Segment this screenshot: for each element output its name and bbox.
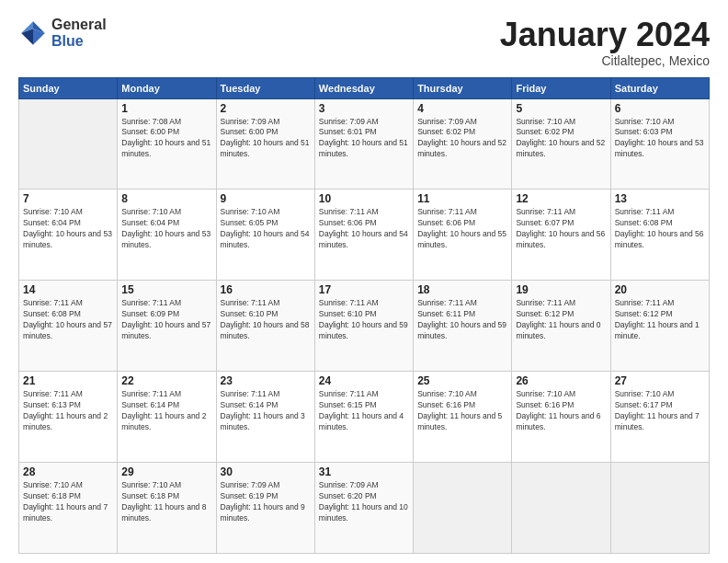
day-info: Sunrise: 7:11 AMSunset: 6:13 PMDaylight:… <box>23 389 113 433</box>
day-info: Sunrise: 7:10 AMSunset: 6:18 PMDaylight:… <box>23 480 113 524</box>
calendar-cell: 4Sunrise: 7:09 AMSunset: 6:02 PMDaylight… <box>414 98 512 190</box>
calendar-cell: 19Sunrise: 7:11 AMSunset: 6:12 PMDayligh… <box>512 281 610 372</box>
weekday-header: Sunday <box>19 77 118 98</box>
day-number: 25 <box>417 374 507 387</box>
calendar-cell: 9Sunrise: 7:10 AMSunset: 6:05 PMDaylight… <box>216 190 314 281</box>
svg-marker-3 <box>33 29 45 45</box>
header-row: SundayMondayTuesdayWednesdayThursdayFrid… <box>19 77 710 98</box>
day-number: 20 <box>615 283 705 296</box>
calendar-cell: 6Sunrise: 7:10 AMSunset: 6:03 PMDaylight… <box>610 98 709 190</box>
calendar-cell: 10Sunrise: 7:11 AMSunset: 6:06 PMDayligh… <box>314 190 413 281</box>
weekday-header: Thursday <box>414 77 512 98</box>
logo-text: General Blue <box>51 17 107 49</box>
weekday-header: Wednesday <box>314 77 413 98</box>
day-number: 17 <box>319 283 409 296</box>
day-info: Sunrise: 7:10 AMSunset: 6:02 PMDaylight:… <box>516 117 606 161</box>
day-info: Sunrise: 7:11 AMSunset: 6:07 PMDaylight:… <box>516 207 606 251</box>
day-number: 24 <box>319 374 409 387</box>
weekday-header: Monday <box>118 77 216 98</box>
day-number: 21 <box>23 374 113 387</box>
header: General Blue January 2024 Citlaltepec, M… <box>18 17 710 68</box>
day-info: Sunrise: 7:11 AMSunset: 6:08 PMDaylight:… <box>615 207 705 251</box>
day-number: 12 <box>516 192 606 205</box>
day-info: Sunrise: 7:11 AMSunset: 6:08 PMDaylight:… <box>23 298 113 342</box>
day-number: 30 <box>221 465 311 478</box>
calendar-week-row: 1Sunrise: 7:08 AMSunset: 6:00 PMDaylight… <box>19 98 710 190</box>
logo-general: General <box>51 17 107 33</box>
day-info: Sunrise: 7:10 AMSunset: 6:04 PMDaylight:… <box>23 207 113 251</box>
day-info: Sunrise: 7:11 AMSunset: 6:14 PMDaylight:… <box>121 389 211 433</box>
calendar-cell: 1Sunrise: 7:08 AMSunset: 6:00 PMDaylight… <box>118 98 216 190</box>
day-info: Sunrise: 7:09 AMSunset: 6:00 PMDaylight:… <box>221 117 311 161</box>
day-info: Sunrise: 7:10 AMSunset: 6:05 PMDaylight:… <box>221 207 311 251</box>
calendar-cell: 16Sunrise: 7:11 AMSunset: 6:10 PMDayligh… <box>216 281 314 372</box>
day-number: 11 <box>417 192 507 205</box>
weekday-header: Tuesday <box>216 77 314 98</box>
day-info: Sunrise: 7:10 AMSunset: 6:16 PMDaylight:… <box>417 389 507 433</box>
day-info: Sunrise: 7:10 AMSunset: 6:18 PMDaylight:… <box>121 480 211 524</box>
day-info: Sunrise: 7:10 AMSunset: 6:04 PMDaylight:… <box>121 207 211 251</box>
day-info: Sunrise: 7:11 AMSunset: 6:10 PMDaylight:… <box>221 298 311 342</box>
day-number: 16 <box>221 283 311 296</box>
calendar-cell: 8Sunrise: 7:10 AMSunset: 6:04 PMDaylight… <box>118 190 216 281</box>
day-info: Sunrise: 7:09 AMSunset: 6:19 PMDaylight:… <box>221 480 311 524</box>
calendar-cell: 7Sunrise: 7:10 AMSunset: 6:04 PMDaylight… <box>19 190 118 281</box>
day-number: 23 <box>221 374 311 387</box>
calendar-week-row: 21Sunrise: 7:11 AMSunset: 6:13 PMDayligh… <box>19 372 710 463</box>
day-info: Sunrise: 7:11 AMSunset: 6:12 PMDaylight:… <box>615 298 705 342</box>
day-info: Sunrise: 7:11 AMSunset: 6:09 PMDaylight:… <box>121 298 211 342</box>
calendar-cell: 3Sunrise: 7:09 AMSunset: 6:01 PMDaylight… <box>314 98 413 190</box>
day-number: 1 <box>121 102 211 115</box>
day-number: 3 <box>319 102 409 115</box>
calendar-week-row: 28Sunrise: 7:10 AMSunset: 6:18 PMDayligh… <box>19 463 710 554</box>
calendar-cell <box>414 463 512 554</box>
calendar-cell: 2Sunrise: 7:09 AMSunset: 6:00 PMDaylight… <box>216 98 314 190</box>
calendar-cell <box>19 98 118 190</box>
day-info: Sunrise: 7:11 AMSunset: 6:06 PMDaylight:… <box>417 207 507 251</box>
calendar-cell: 20Sunrise: 7:11 AMSunset: 6:12 PMDayligh… <box>610 281 709 372</box>
day-info: Sunrise: 7:09 AMSunset: 6:01 PMDaylight:… <box>319 117 409 161</box>
day-number: 19 <box>516 283 606 296</box>
calendar-cell: 12Sunrise: 7:11 AMSunset: 6:07 PMDayligh… <box>512 190 610 281</box>
day-info: Sunrise: 7:11 AMSunset: 6:14 PMDaylight:… <box>221 389 311 433</box>
day-number: 5 <box>516 102 606 115</box>
day-info: Sunrise: 7:11 AMSunset: 6:12 PMDaylight:… <box>516 298 606 342</box>
day-number: 18 <box>417 283 507 296</box>
day-number: 9 <box>221 192 311 205</box>
calendar-cell: 13Sunrise: 7:11 AMSunset: 6:08 PMDayligh… <box>610 190 709 281</box>
calendar-cell: 31Sunrise: 7:09 AMSunset: 6:20 PMDayligh… <box>314 463 413 554</box>
logo-blue: Blue <box>51 33 107 50</box>
calendar-cell: 29Sunrise: 7:10 AMSunset: 6:18 PMDayligh… <box>118 463 216 554</box>
day-number: 10 <box>319 192 409 205</box>
calendar-cell: 30Sunrise: 7:09 AMSunset: 6:19 PMDayligh… <box>216 463 314 554</box>
weekday-header: Saturday <box>610 77 709 98</box>
day-info: Sunrise: 7:10 AMSunset: 6:03 PMDaylight:… <box>615 117 705 161</box>
day-info: Sunrise: 7:09 AMSunset: 6:02 PMDaylight:… <box>417 117 507 161</box>
logo: General Blue <box>18 17 107 49</box>
calendar-cell: 5Sunrise: 7:10 AMSunset: 6:02 PMDaylight… <box>512 98 610 190</box>
day-number: 29 <box>121 465 211 478</box>
calendar-cell: 11Sunrise: 7:11 AMSunset: 6:06 PMDayligh… <box>414 190 512 281</box>
calendar-cell: 14Sunrise: 7:11 AMSunset: 6:08 PMDayligh… <box>19 281 118 372</box>
calendar-cell: 23Sunrise: 7:11 AMSunset: 6:14 PMDayligh… <box>216 372 314 463</box>
svg-marker-2 <box>21 29 33 45</box>
calendar-cell: 28Sunrise: 7:10 AMSunset: 6:18 PMDayligh… <box>19 463 118 554</box>
page: General Blue January 2024 Citlaltepec, M… <box>0 0 728 563</box>
title-block: January 2024 Citlaltepec, Mexico <box>500 17 710 68</box>
day-number: 8 <box>121 192 211 205</box>
day-info: Sunrise: 7:11 AMSunset: 6:15 PMDaylight:… <box>319 389 409 433</box>
calendar-table: SundayMondayTuesdayWednesdayThursdayFrid… <box>18 77 710 554</box>
calendar-cell: 26Sunrise: 7:10 AMSunset: 6:16 PMDayligh… <box>512 372 610 463</box>
month-title: January 2024 <box>500 17 710 53</box>
calendar-cell: 15Sunrise: 7:11 AMSunset: 6:09 PMDayligh… <box>118 281 216 372</box>
day-number: 4 <box>417 102 507 115</box>
calendar-cell <box>610 463 709 554</box>
day-info: Sunrise: 7:10 AMSunset: 6:17 PMDaylight:… <box>615 389 705 433</box>
day-info: Sunrise: 7:11 AMSunset: 6:10 PMDaylight:… <box>319 298 409 342</box>
day-info: Sunrise: 7:11 AMSunset: 6:11 PMDaylight:… <box>417 298 507 342</box>
day-info: Sunrise: 7:11 AMSunset: 6:06 PMDaylight:… <box>319 207 409 251</box>
calendar-week-row: 7Sunrise: 7:10 AMSunset: 6:04 PMDaylight… <box>19 190 710 281</box>
calendar-cell <box>512 463 610 554</box>
day-number: 22 <box>121 374 211 387</box>
day-number: 13 <box>615 192 705 205</box>
